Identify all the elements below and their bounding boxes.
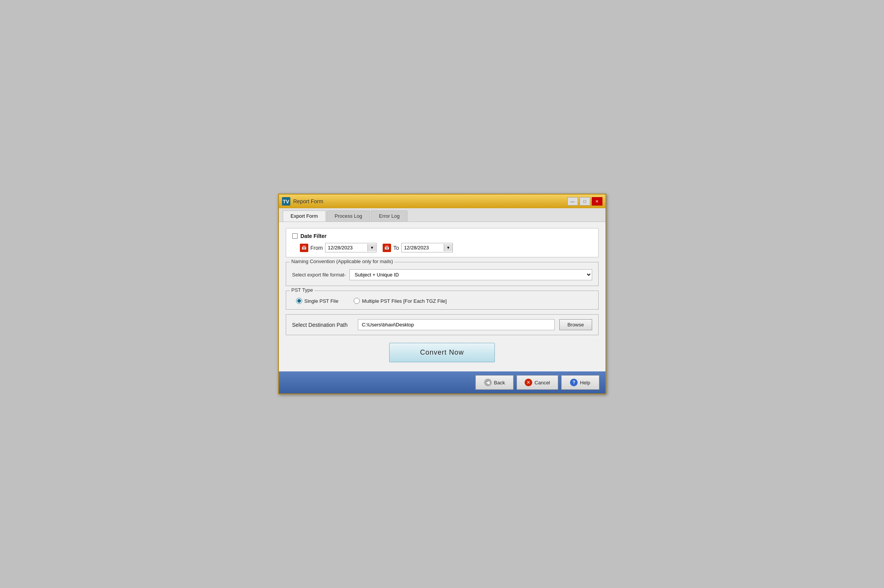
from-label: From	[311, 245, 323, 251]
naming-row: Select export file format- Subject + Uni…	[292, 269, 592, 280]
browse-button[interactable]: Browse	[559, 319, 592, 330]
naming-convention-section: Naming Convention (Applicable only for m…	[286, 262, 599, 286]
single-pst-label: Single PST File	[304, 298, 338, 304]
pst-type-section: PST Type Single PST File Multiple PST Fi…	[286, 291, 599, 310]
destination-row: Select Destination Path Browse	[292, 319, 592, 330]
pst-radio-row: Single PST File Multiple PST Files [For …	[292, 298, 592, 304]
maximize-button[interactable]: □	[580, 197, 590, 206]
date-filter-label: Date Filter	[301, 233, 327, 239]
title-bar-controls: — □ ✕	[567, 197, 602, 206]
destination-label: Select Destination Path	[292, 322, 353, 328]
to-calendar-icon: 📅	[383, 244, 391, 252]
cancel-label: Cancel	[535, 380, 550, 386]
content-area: Date Filter 📅 From ▼ 📅 To ▼	[279, 222, 605, 371]
window-title: Report Form	[293, 198, 324, 204]
back-icon: ◀	[484, 379, 492, 386]
date-filter-checkbox[interactable]	[292, 233, 298, 239]
tab-export-form[interactable]: Export Form	[283, 210, 326, 222]
back-button[interactable]: ◀ Back	[475, 375, 514, 390]
multiple-pst-label: Multiple PST Files [For Each TGZ File]	[362, 298, 447, 304]
back-label: Back	[494, 380, 505, 386]
convert-now-button[interactable]: Convert Now	[389, 343, 495, 362]
to-date-input[interactable]	[402, 243, 444, 252]
tabs-bar: Export Form Process Log Error Log	[279, 208, 605, 222]
help-icon: ?	[570, 379, 578, 386]
from-date-item: 📅 From ▼	[300, 243, 377, 252]
from-date-dropdown[interactable]: ▼	[367, 244, 376, 251]
tab-error-log[interactable]: Error Log	[371, 210, 407, 222]
single-pst-option[interactable]: Single PST File	[296, 298, 338, 304]
from-date-input[interactable]	[325, 243, 367, 252]
cancel-button[interactable]: ✕ Cancel	[517, 375, 558, 390]
date-filter-header: Date Filter	[292, 233, 592, 239]
main-window: TV Report Form — □ ✕ Export Form Process…	[278, 194, 606, 394]
minimize-button[interactable]: —	[567, 197, 578, 206]
title-bar-left: TV Report Form	[282, 197, 324, 206]
to-date-item: 📅 To ▼	[383, 243, 453, 252]
single-pst-radio[interactable]	[296, 298, 302, 304]
destination-section: Select Destination Path Browse	[286, 314, 599, 335]
bottom-bar: ◀ Back ✕ Cancel ? Help	[279, 371, 605, 394]
to-label: To	[393, 245, 399, 251]
from-calendar-icon: 📅	[300, 244, 308, 252]
tab-process-log[interactable]: Process Log	[327, 210, 370, 222]
multiple-pst-radio[interactable]	[354, 298, 360, 304]
multiple-pst-option[interactable]: Multiple PST Files [For Each TGZ File]	[354, 298, 447, 304]
date-filter-section: Date Filter 📅 From ▼ 📅 To ▼	[286, 228, 599, 257]
help-label: Help	[580, 380, 590, 386]
naming-convention-title: Naming Convention (Applicable only for m…	[290, 259, 395, 264]
cancel-icon: ✕	[525, 379, 532, 386]
convert-area: Convert Now	[286, 340, 599, 365]
to-date-input-wrap: ▼	[401, 243, 453, 252]
pst-type-title: PST Type	[290, 287, 315, 293]
format-label: Select export file format-	[292, 272, 346, 278]
destination-path-input[interactable]	[358, 319, 555, 330]
help-button[interactable]: ? Help	[561, 375, 599, 390]
close-button[interactable]: ✕	[592, 197, 602, 206]
date-row: 📅 From ▼ 📅 To ▼	[292, 243, 592, 252]
title-bar: TV Report Form — □ ✕	[279, 194, 605, 208]
to-date-dropdown[interactable]: ▼	[444, 244, 452, 251]
format-select[interactable]: Subject + Unique ID Subject Unique ID Su…	[349, 269, 592, 280]
from-date-input-wrap: ▼	[325, 243, 377, 252]
app-icon: TV	[282, 197, 290, 206]
